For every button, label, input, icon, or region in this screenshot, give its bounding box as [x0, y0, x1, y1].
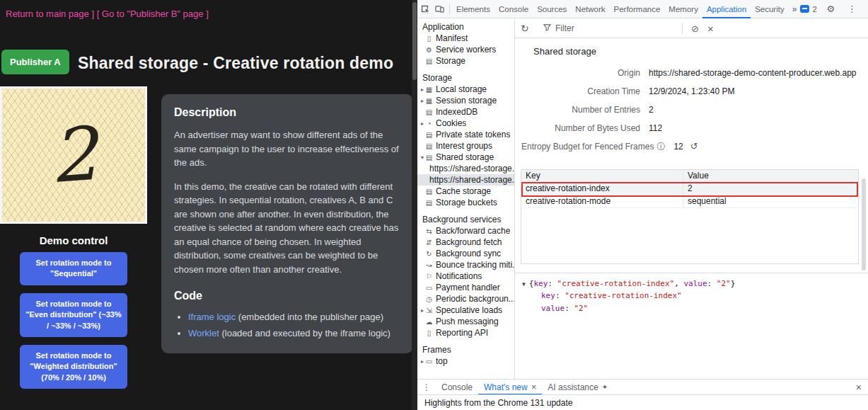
inspect-icon[interactable]: [417, 0, 432, 18]
tab-console[interactable]: Console: [494, 0, 533, 18]
property-value: "creative-rotation-index": [565, 291, 682, 300]
description-paragraph: In this demo, the creative can be rotate…: [174, 180, 400, 277]
sidebar-item-service-workers[interactable]: ⚙Service workers: [417, 44, 514, 55]
tab-elements[interactable]: Elements: [452, 0, 494, 18]
sidebar-section-background-services[interactable]: Background services: [417, 214, 514, 225]
code-list-item: Worklet (loaded and executed by the ifra…: [188, 326, 400, 341]
column-header-key[interactable]: Key: [521, 170, 683, 182]
sidebar-item-push-messaging[interactable]: ☁Push messaging: [417, 316, 514, 327]
tab-application[interactable]: Application: [702, 0, 751, 18]
sidebar-item-background-sync[interactable]: ↻Background sync: [417, 248, 514, 259]
sidebar-item-manifest[interactable]: ▯Manifest: [417, 33, 514, 44]
sidebar-item-storage-buckets[interactable]: ▤Storage buckets: [417, 197, 514, 208]
sidebar-item-notifications[interactable]: ⚐Notifications: [417, 271, 514, 282]
sidebar-section-application[interactable]: Application: [417, 21, 514, 33]
sidebar-item-shared-storage[interactable]: ▾▤Shared storage: [417, 152, 514, 163]
tab-sources[interactable]: Sources: [533, 0, 571, 18]
settings-gear-icon[interactable]: ⚙: [823, 0, 838, 18]
drawer-tab-what-s-new[interactable]: What's new×: [478, 380, 542, 395]
rotation-mode-button-1[interactable]: Set rotation mode to "Even distribution"…: [20, 293, 127, 337]
sidebar-item-bounce-tracking-miti[interactable]: ↝Bounce tracking miti...: [417, 259, 514, 271]
divider: [682, 23, 683, 34]
sidebar-item-background-fetch[interactable]: ⇵Background fetch: [417, 237, 514, 248]
drawer-close-icon[interactable]: ×: [850, 382, 868, 393]
whats-new-text: Highlights from the Chrome 131 update: [424, 398, 572, 408]
sidebar-item-indexeddb[interactable]: ▤IndexedDB: [417, 106, 514, 118]
description-panel: Description An advertiser may want to sh…: [161, 94, 413, 353]
tab-security[interactable]: Security: [751, 0, 789, 18]
clear-all-icon[interactable]: ⊘: [687, 23, 703, 34]
bounce-icon: ↝: [424, 261, 434, 269]
filter-input[interactable]: Filter: [543, 23, 678, 33]
table-row[interactable]: creative-rotation-index2: [521, 183, 858, 195]
preview-summary-tokens: {key: "creative-rotation-index", value: …: [529, 279, 735, 288]
metadata-row: Creation Time12/9/2024, 1:23:40 PM: [515, 86, 868, 97]
page-scrollbar[interactable]: [412, 0, 417, 410]
code-link[interactable]: Worklet: [188, 328, 219, 338]
preview-summary[interactable]: ▼{key: "creative-rotation-index", value:…: [522, 278, 861, 289]
nav-close-bracket: ]: [204, 8, 209, 19]
sidebar-item-https-shared-storage[interactable]: https://shared-storage...: [417, 174, 514, 186]
devtools-tabbar: ElementsConsoleSourcesNetworkPerformance…: [417, 0, 868, 18]
issues-indicator[interactable]: 2: [800, 5, 816, 13]
rotation-mode-button-2[interactable]: Set rotation mode to "Weighted distribut…: [20, 345, 127, 389]
key-cell: creative-rotation-mode: [521, 195, 683, 207]
column-header-value[interactable]: Value: [683, 170, 858, 182]
sidebar-item-local-storage[interactable]: ▸▦Local storage: [417, 84, 514, 95]
drawer-tab-label: AI assistance: [548, 382, 598, 392]
tab-memory[interactable]: Memory: [664, 0, 702, 18]
sidebar-section-storage[interactable]: Storage: [417, 72, 514, 84]
sidebar-item-https-shared-storage[interactable]: https://shared-storage...: [417, 163, 514, 174]
tab-performance[interactable]: Performance: [610, 0, 665, 18]
delete-selected-icon[interactable]: ×: [703, 23, 718, 35]
reset-icon[interactable]: ↺: [690, 141, 698, 152]
kebab-menu-icon[interactable]: ⋮: [845, 0, 860, 18]
more-tabs-icon[interactable]: »: [789, 4, 801, 14]
panel-title: Shared storage: [533, 46, 868, 57]
scrollbar-thumb[interactable]: [862, 178, 866, 271]
sidebar-item-label: Storage: [436, 56, 465, 66]
sidebar-item-label: Back/forward cache: [436, 226, 510, 236]
sidebar-item-label: Local storage: [436, 84, 487, 94]
publisher-b-link[interactable]: Go to "Publisher B" page: [102, 8, 204, 19]
chevron-down-icon: ▼: [522, 281, 526, 287]
close-icon[interactable]: ×: [531, 382, 537, 392]
drawer-tab-ai-assistance[interactable]: AI assistance✦: [542, 380, 613, 395]
sidebar-item-back-forward-cache[interactable]: ⇆Back/forward cache: [417, 225, 514, 237]
sidebar-item-top[interactable]: ▸▭top: [417, 355, 514, 367]
sidebar-item-cookies[interactable]: ▸◔Cookies: [417, 118, 514, 129]
info-icon[interactable]: ⓘ: [656, 142, 665, 152]
database-icon: ▤: [424, 142, 434, 150]
scrollbar-thumb[interactable]: [412, 2, 417, 80]
refresh-icon[interactable]: ↻: [521, 23, 533, 34]
sidebar-item-speculative-loads[interactable]: ▸⇲Speculative loads: [417, 304, 514, 316]
return-main-link[interactable]: Return to main page: [6, 8, 89, 19]
sidebar-item-cache-storage[interactable]: ▤Cache storage: [417, 186, 514, 197]
code-link[interactable]: Iframe logic: [188, 312, 236, 322]
table-row[interactable]: creative-rotation-modesequential: [521, 195, 858, 208]
sidebar-item-reporting-api[interactable]: ▯Reporting API: [417, 327, 514, 338]
sidebar-item-label: Shared storage: [436, 152, 494, 162]
creative-ad-frame: 2: [0, 86, 147, 224]
code-item-rest: (embedded into the publisher page): [236, 312, 383, 322]
device-toolbar-icon[interactable]: [432, 0, 447, 18]
document-icon: ▯: [424, 329, 434, 337]
sidebar-item-session-storage[interactable]: ▸▦Session storage: [417, 95, 514, 106]
sidebar-section-frames[interactable]: Frames: [417, 344, 514, 355]
preview-token: value: [683, 279, 707, 288]
devtools-tab-strip: ElementsConsoleSourcesNetworkPerformance…: [452, 0, 789, 18]
sidebar-item-label: Bounce tracking miti...: [436, 260, 514, 270]
rotation-mode-button-0[interactable]: Set rotation mode to "Sequential": [20, 252, 127, 285]
back-forward-icon: ⇆: [424, 227, 434, 235]
chevron-right-icon: ▸: [417, 98, 424, 104]
demo-control-heading: Demo control: [0, 234, 147, 246]
sidebar-item-private-state-tokens[interactable]: ▤Private state tokens: [417, 129, 514, 140]
sidebar-item-periodic-backgroun[interactable]: ◷Periodic backgroun...: [417, 293, 514, 304]
whats-new-content: Highlights from the Chrome 131 update: [417, 394, 868, 410]
drawer-tab-console[interactable]: Console: [436, 380, 478, 395]
sidebar-item-storage[interactable]: ▤Storage: [417, 55, 514, 67]
tab-network[interactable]: Network: [571, 0, 609, 18]
drawer-kebab-icon[interactable]: ⋮: [417, 382, 436, 392]
sidebar-item-interest-groups[interactable]: ▤Interest groups: [417, 140, 514, 152]
sidebar-item-payment-handler[interactable]: ▭Payment handler: [417, 282, 514, 293]
